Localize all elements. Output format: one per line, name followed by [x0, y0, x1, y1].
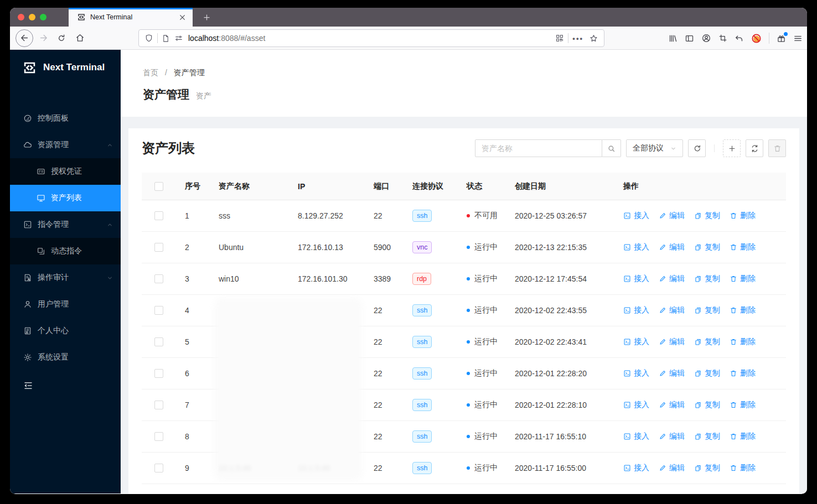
shield-icon[interactable] [144, 34, 153, 43]
delete-link[interactable]: 删除 [730, 211, 756, 221]
browser-tab[interactable]: Next Terminal [69, 8, 193, 27]
bookmark-star-icon[interactable] [589, 34, 598, 43]
undo-icon[interactable] [735, 34, 744, 43]
delete-link[interactable]: 删除 [730, 432, 756, 441]
edit-link[interactable]: 编辑 [659, 337, 685, 347]
sidebar-item-asset-list[interactable]: 资产列表 [10, 185, 121, 211]
browser-window: Next Terminal [10, 8, 807, 494]
row-checkbox[interactable] [154, 274, 163, 283]
edit-link[interactable]: 编辑 [659, 400, 685, 410]
page-actions-icon[interactable]: ••• [572, 34, 583, 43]
new-tab-button[interactable] [199, 11, 214, 24]
row-checkbox[interactable] [154, 369, 163, 378]
sidebar-item-profile[interactable]: 个人中心 [10, 318, 121, 344]
undo-filter-button[interactable] [688, 139, 706, 157]
edit-link[interactable]: 编辑 [659, 274, 685, 284]
row-checkbox[interactable] [154, 243, 163, 252]
row-checkbox[interactable] [154, 432, 163, 441]
delete-link[interactable]: 删除 [730, 463, 756, 473]
copy-link[interactable]: 复制 [694, 242, 720, 252]
breadcrumb-home[interactable]: 首页 [143, 68, 158, 77]
reload-button[interactable] [53, 30, 70, 46]
delete-link[interactable]: 删除 [730, 242, 756, 252]
copy-link[interactable]: 复制 [694, 305, 720, 315]
add-asset-button[interactable] [723, 139, 741, 157]
sidebar-item-audit[interactable]: 操作审计 [10, 264, 121, 291]
window-close-button[interactable] [18, 14, 24, 20]
row-checkbox[interactable] [154, 306, 163, 315]
copy-link[interactable]: 复制 [694, 211, 720, 221]
protocol-select[interactable]: 全部协议 [626, 139, 683, 157]
edit-link[interactable]: 编辑 [659, 305, 685, 315]
account-icon[interactable] [701, 33, 711, 43]
copy-link[interactable]: 复制 [694, 463, 720, 473]
row-checkbox[interactable] [154, 464, 163, 472]
terminal-icon [623, 212, 631, 220]
copy-link[interactable]: 复制 [694, 274, 720, 284]
connect-link[interactable]: 接入 [623, 242, 649, 252]
whats-new-gift-icon[interactable] [777, 34, 786, 43]
back-button[interactable] [15, 29, 33, 47]
edit-link[interactable]: 编辑 [659, 211, 685, 221]
sidebar-item-resource[interactable]: 资源管理 [10, 132, 121, 158]
copy-link[interactable]: 复制 [694, 337, 720, 347]
trash-icon [730, 275, 737, 283]
edit-link[interactable]: 编辑 [659, 368, 685, 378]
copy-icon [694, 243, 702, 251]
delete-link[interactable]: 删除 [730, 337, 756, 347]
sidebars-icon[interactable] [685, 34, 694, 43]
asset-port: 22 [374, 211, 412, 220]
permissions-icon[interactable] [174, 34, 183, 43]
sidebar-item-setting[interactable]: 系统设置 [10, 344, 121, 371]
delete-link[interactable]: 删除 [730, 274, 756, 284]
connect-link[interactable]: 接入 [623, 305, 649, 315]
connect-link[interactable]: 接入 [623, 432, 649, 441]
connect-link[interactable]: 接入 [623, 463, 649, 473]
tab-close-icon[interactable] [177, 12, 187, 22]
connect-link[interactable]: 接入 [623, 400, 649, 410]
screenshot-icon[interactable] [718, 34, 727, 43]
page-info-icon[interactable] [162, 34, 170, 43]
menu-fold-icon[interactable] [23, 381, 33, 391]
connect-link[interactable]: 接入 [623, 274, 649, 284]
row-checkbox[interactable] [154, 211, 163, 220]
edit-link[interactable]: 编辑 [659, 432, 685, 441]
copy-icon [694, 370, 702, 377]
cloud-icon [23, 141, 32, 149]
delete-link[interactable]: 删除 [730, 305, 756, 315]
sidebar-item-command[interactable]: 指令管理 [10, 211, 121, 238]
content-blocker-icon[interactable] [751, 33, 762, 44]
connect-link[interactable]: 接入 [623, 211, 649, 221]
copy-link[interactable]: 复制 [694, 400, 720, 410]
delete-link[interactable]: 删除 [730, 400, 756, 410]
window-zoom-button[interactable] [40, 14, 46, 20]
app-logo[interactable]: Next Terminal [10, 50, 121, 85]
row-checkbox[interactable] [154, 337, 163, 346]
delete-link[interactable]: 删除 [730, 368, 756, 378]
sidebar-item-user[interactable]: 用户管理 [10, 291, 121, 318]
copy-link[interactable]: 复制 [694, 368, 720, 378]
edit-link[interactable]: 编辑 [659, 463, 685, 473]
address-bar[interactable]: localhost:8088/#/asset ••• [138, 29, 604, 47]
menu-hamburger-icon[interactable] [793, 34, 803, 43]
batch-delete-button[interactable] [768, 139, 786, 157]
select-all-checkbox[interactable] [154, 182, 163, 191]
search-input[interactable] [475, 139, 602, 157]
sidebar-item-dashboard[interactable]: 控制面板 [10, 105, 121, 132]
copy-link[interactable]: 复制 [694, 432, 720, 441]
home-button[interactable] [71, 30, 88, 46]
sidebar-item-dynamic-command[interactable]: 动态指令 [10, 238, 121, 264]
trash-icon [730, 433, 737, 440]
connect-link[interactable]: 接入 [623, 368, 649, 378]
window-minimize-button[interactable] [29, 14, 35, 20]
connect-link[interactable]: 接入 [623, 337, 649, 347]
sidebar-item-credential[interactable]: 授权凭证 [10, 158, 121, 185]
search-button[interactable] [602, 139, 621, 157]
row-index: 4 [176, 306, 219, 315]
row-checkbox[interactable] [154, 401, 163, 409]
forward-button[interactable] [35, 30, 51, 46]
edit-link[interactable]: 编辑 [659, 242, 685, 252]
qr-code-icon[interactable] [555, 34, 564, 43]
refresh-button[interactable] [746, 139, 763, 157]
library-icon[interactable] [668, 34, 678, 43]
